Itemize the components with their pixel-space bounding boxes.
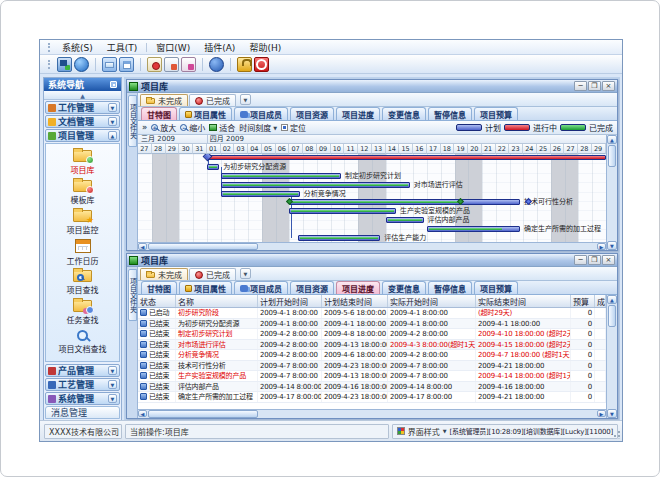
window-titlebar[interactable]: 项目库 ─ ❐ × xyxy=(127,254,617,267)
column-header-4[interactable]: 计划结束时间 xyxy=(322,295,388,307)
sidebar-group-bottom-2[interactable]: 工艺管理▼ xyxy=(45,378,120,391)
sidebar-item-5[interactable]: 项目查找 xyxy=(46,267,119,297)
subtab-1[interactable]: 甘特图 xyxy=(141,107,177,120)
gantt-task-bar[interactable] xyxy=(289,199,520,205)
scroll-left-arrow[interactable]: ◀ xyxy=(138,410,147,417)
help-icon[interactable] xyxy=(209,57,224,72)
scroll-down-arrow[interactable]: ▼ xyxy=(607,241,617,250)
scroll-right-arrow[interactable]: ▶ xyxy=(597,410,606,417)
mail-new-icon[interactable] xyxy=(147,57,162,72)
sidebar-group-top-3[interactable]: 项目管理▲ xyxy=(45,129,120,142)
table-row[interactable]: 已启动初步研究阶段2009-4-1 8:00:002009-5-6 18:00:… xyxy=(138,308,606,319)
project-folders-vertical-tab[interactable]: 项目文件夹 xyxy=(128,269,137,321)
column-header-2[interactable]: 名称 xyxy=(176,295,258,307)
table-row[interactable]: 已结束技术可行性分析2009-4-7 8:00:002009-4-23 18:0… xyxy=(138,361,606,372)
subtab-1[interactable]: 甘特图 xyxy=(141,281,177,294)
gantt-vertical-scrollbar[interactable]: ▲ ▼ xyxy=(606,135,617,250)
project-folders-vertical-tab[interactable]: 项目文件夹 xyxy=(128,95,137,147)
minimize-button[interactable]: ─ xyxy=(574,255,587,265)
exit-icon[interactable] xyxy=(254,57,269,72)
subtab-5[interactable]: 项目进度 xyxy=(336,107,380,120)
sidebar-group-bottom-1[interactable]: 产品管理▼ xyxy=(45,364,120,377)
file-tab-uncompleted[interactable]: 未完成 xyxy=(140,268,188,280)
folder-window-icon[interactable] xyxy=(119,57,134,72)
file-tab-completed[interactable]: 已完成 xyxy=(189,94,236,106)
sidebar-item-4[interactable]: 工作日历 xyxy=(46,237,119,267)
gantt-task-bar[interactable] xyxy=(427,226,520,232)
subtab-5[interactable]: 项目进度 xyxy=(336,281,380,294)
subtab-2[interactable]: 项目属性 xyxy=(179,107,232,120)
table-row[interactable]: 已结束分析竞争情况2009-4-2 8:00:002009-4-6 18:00:… xyxy=(138,350,606,361)
chevron-down-icon[interactable]: ▼ xyxy=(108,366,117,375)
column-header-6[interactable]: 实际结束时间 xyxy=(476,295,571,307)
chevron-down-icon[interactable]: ▼ xyxy=(108,117,117,126)
window-titlebar[interactable]: 项目库 ─ ❐ × xyxy=(127,80,617,93)
table-header[interactable]: 状态名称计划开始时间计划结束时间实际开始时间实际结束时间预算成 xyxy=(138,295,606,308)
menu-item-3[interactable]: 窗口(W) xyxy=(149,40,197,55)
table-row[interactable]: 已结束制定初步研究计划2009-4-2 8:00:002009-4-8 18:0… xyxy=(138,329,606,340)
restore-button[interactable]: ❐ xyxy=(588,81,601,91)
locate-button[interactable]: 定位 xyxy=(281,122,306,133)
gantt-task-bar[interactable] xyxy=(386,217,424,223)
gantt-task-bar[interactable] xyxy=(298,235,381,241)
gantt-chart[interactable]: 三月 2009四月 200927282930310102030405060708… xyxy=(138,135,606,250)
subtab-6[interactable]: 变更信息 xyxy=(382,281,426,294)
sidebar-collapse-button[interactable]: ▲ xyxy=(44,91,121,100)
internet-icon[interactable] xyxy=(74,57,89,72)
minimize-button[interactable]: ─ xyxy=(574,81,587,91)
table-row[interactable]: 已结束生产实验室规模的产品2009-4-7 8:00:002009-4-13 1… xyxy=(138,371,606,382)
sidebar-group-top-2[interactable]: 文档管理▼ xyxy=(45,115,120,128)
subtab-2[interactable]: 项目属性 xyxy=(179,281,232,294)
scroll-up-arrow[interactable]: ▲ xyxy=(607,135,617,144)
table-vertical-scrollbar[interactable]: ▲ ▼ xyxy=(606,295,617,418)
zoom-out-button[interactable]: -缩小 xyxy=(180,122,205,133)
menu-item-4[interactable]: 插件(A) xyxy=(197,40,242,55)
subtab-3[interactable]: 项目成员 xyxy=(234,281,288,294)
sidebar-item-2[interactable]: 模板库 xyxy=(46,177,119,207)
subtab-6[interactable]: 变更信息 xyxy=(382,107,426,120)
subtab-3[interactable]: 项目成员 xyxy=(234,107,288,120)
close-button[interactable]: × xyxy=(602,255,615,265)
interface-style-icon[interactable] xyxy=(397,427,405,435)
scroll-thumb[interactable] xyxy=(148,410,258,418)
column-header-5[interactable]: 实际开始时间 xyxy=(388,295,476,307)
scroll-down-arrow[interactable]: ▼ xyxy=(607,409,617,418)
gantt-summary-bar[interactable] xyxy=(207,155,606,160)
table-row[interactable]: 已结束对市场进行评估2009-4-2 8:00:002009-4-13 18:0… xyxy=(138,340,606,351)
gantt-task-bar[interactable] xyxy=(221,173,341,179)
subtab-4[interactable]: 项目资源 xyxy=(290,107,334,120)
sidebar-tab-messages[interactable]: 消息管理 xyxy=(45,406,120,419)
gantt-task-bar[interactable] xyxy=(221,191,300,197)
pin-icon[interactable] xyxy=(110,81,117,88)
scroll-right-arrow[interactable]: ▶ xyxy=(597,243,606,250)
column-header-1[interactable]: 状态 xyxy=(138,295,176,307)
chevron-down-icon[interactable]: ▼ xyxy=(108,394,117,403)
menu-item-1[interactable]: 系统(S) xyxy=(55,40,100,55)
folder-icon[interactable] xyxy=(102,57,117,72)
chevron-down-icon[interactable]: ▼ xyxy=(443,428,447,434)
time-scale-button[interactable]: 时间刻度▼ xyxy=(239,122,277,133)
more-tabs-button[interactable]: ▼ xyxy=(240,268,251,279)
column-header-3[interactable]: 计划开始时间 xyxy=(258,295,322,307)
fit-button[interactable]: 适合 xyxy=(209,122,235,133)
interface-style-label[interactable]: 界面样式 xyxy=(408,426,440,437)
zoom-in-button[interactable]: +放大 xyxy=(151,122,176,133)
scroll-thumb[interactable] xyxy=(608,305,616,327)
close-button[interactable]: × xyxy=(602,81,615,91)
toolbar-overflow-chevron[interactable]: » xyxy=(142,123,147,132)
file-tab-uncompleted[interactable]: 未完成 xyxy=(140,94,188,106)
sidebar-item-3[interactable]: ★项目监控 xyxy=(46,207,119,237)
menu-item-2[interactable]: 工具(T) xyxy=(100,40,145,55)
sidebar-item-7[interactable]: 项目文档查找 xyxy=(46,327,119,357)
gantt-task-bar[interactable] xyxy=(289,208,396,214)
chevron-down-icon[interactable]: ▼ xyxy=(108,103,117,112)
gantt-task-bar[interactable] xyxy=(221,182,410,188)
scroll-left-arrow[interactable]: ◀ xyxy=(138,243,147,250)
table-row[interactable]: 已结束为初步研究分配资源2009-4-1 8:00:002009-4-1 18:… xyxy=(138,319,606,330)
scroll-up-arrow[interactable]: ▲ xyxy=(607,295,617,304)
subtab-7[interactable]: 暂停信息 xyxy=(428,107,472,120)
subtab-8[interactable]: 项目预算 xyxy=(474,281,518,294)
lock-icon[interactable] xyxy=(237,57,252,72)
gantt-task-bar[interactable] xyxy=(207,164,219,170)
mail-flag-icon[interactable] xyxy=(181,57,196,72)
